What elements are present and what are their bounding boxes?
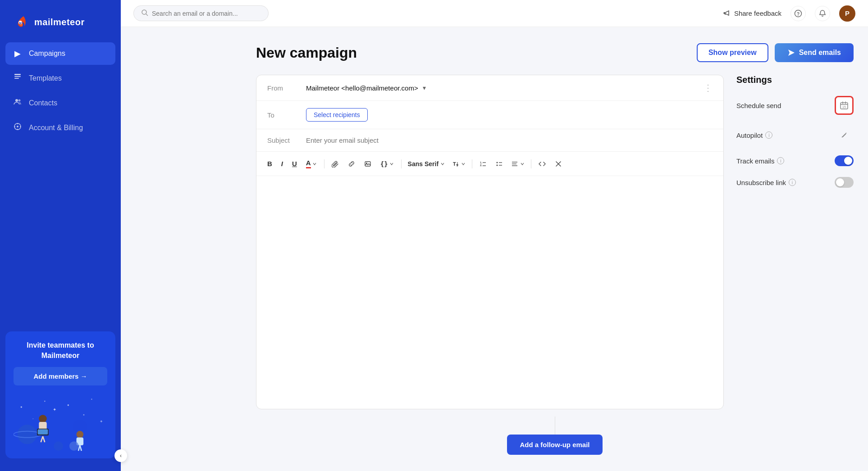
svg-line-24 [43,436,45,442]
search-input[interactable] [152,10,261,17]
track-emails-toggle-knob [844,157,852,165]
image-button[interactable] [361,158,375,170]
settings-panel: Settings Schedule send 15 Autopi [736,75,854,409]
templates-icon [13,73,23,83]
unordered-list-button[interactable] [492,158,507,170]
svg-rect-38 [365,162,370,166]
svg-marker-37 [788,50,795,56]
followup-section: Add a follow-up email [256,417,854,455]
ordered-list-button[interactable]: 1.2. [476,158,490,170]
settings-title: Settings [736,75,854,85]
schedule-send-button[interactable]: 15 [835,96,854,115]
from-dropdown-arrow[interactable]: ▾ [423,84,426,91]
page-title: New campaign [256,45,357,61]
attachment-button[interactable] [328,158,343,170]
sidebar-illustration: ✦ ✦ [14,391,107,458]
chevron-down-icon [312,162,317,166]
font-family-select[interactable]: Sans Serif [405,159,448,169]
show-preview-button[interactable]: Show preview [697,43,768,62]
logo-text: mailmeteor [34,17,85,27]
schedule-send-label: Schedule send [736,102,781,109]
autopilot-info-icon[interactable]: i [765,131,772,139]
to-value: Select recipients [306,108,713,122]
send-emails-label: Send emails [799,49,841,57]
main-content: New campaign Show preview Send emails Fr… [242,27,868,471]
contacts-icon [13,98,23,108]
svg-point-10 [21,406,22,408]
svg-rect-4 [14,76,21,77]
unsubscribe-link-toggle-knob [836,178,844,186]
autopilot-edit-button[interactable] [835,126,854,145]
sidebar-item-account-billing[interactable]: Account & Billing [5,116,115,139]
unsubscribe-link-row: Unsubscribe link i [736,177,854,188]
megaphone-icon [723,9,731,18]
toolbar-divider-3 [472,159,472,168]
svg-rect-3 [14,74,21,75]
font-size-button[interactable]: TT [449,159,468,169]
variable-button[interactable]: {} [377,158,397,170]
subject-input[interactable] [306,136,713,144]
svg-text:15: 15 [842,105,846,109]
unsubscribe-link-toggle[interactable] [835,177,854,188]
track-emails-row: Track emails i [736,155,854,166]
email-composer: From Mailmeteor <hello@mailmeteor.com> ▾… [256,75,724,409]
svg-text:?: ? [797,11,799,16]
sidebar-item-campaigns[interactable]: ▶ Campaigns [5,42,115,65]
avatar[interactable]: P [839,5,855,22]
logo-icon: M [11,13,30,32]
more-options-icon[interactable]: ⋮ [704,82,713,93]
help-icon-button[interactable]: ? [790,6,806,21]
bold-button[interactable]: B [264,157,276,170]
link-button[interactable] [344,158,359,170]
toolbar-divider-2 [401,159,402,168]
sidebar-collapse-button[interactable]: ‹ [114,449,127,462]
font-size-chevron-icon [461,162,466,166]
header-actions: Show preview Send emails [697,43,854,62]
code-button[interactable] [535,158,549,170]
select-recipients-button[interactable]: Select recipients [306,108,368,122]
track-emails-toggle[interactable] [835,155,854,166]
svg-point-7 [18,100,21,102]
to-field: To Select recipients [256,101,723,129]
sidebar-nav: ▶ Campaigns Templates Contacts Account &… [0,42,121,324]
svg-point-25 [77,431,84,438]
account-billing-icon [13,122,23,133]
share-feedback-label: Share feedback [734,9,781,17]
sidebar-item-templates[interactable]: Templates [5,67,115,90]
from-value: Mailmeteor <hello@mailmeteor.com> ▾ [306,84,696,92]
track-emails-label: Track emails i [736,157,784,165]
align-button[interactable] [508,159,527,169]
text-color-button[interactable]: A [302,156,320,171]
clear-format-button[interactable] [551,158,566,170]
svg-line-34 [146,14,148,16]
svg-point-12 [68,404,69,406]
email-editor-body[interactable] [256,176,723,409]
sidebar-invite-box: Invite teammates to Mailmeteor Add membe… [5,331,115,458]
add-members-button[interactable]: Add members → [14,367,107,385]
svg-point-46 [497,162,498,163]
search-box[interactable] [133,5,269,21]
toolbar-divider-1 [324,159,324,168]
followup-connector-line [555,417,555,435]
editor-toolbar: B I U A {} [256,152,723,176]
variable-chevron-icon [389,162,394,166]
send-emails-button[interactable]: Send emails [775,43,854,62]
notifications-icon-button[interactable] [815,6,830,21]
add-followup-button[interactable]: Add a follow-up email [507,435,602,455]
svg-point-33 [142,10,146,14]
sidebar-item-contacts[interactable]: Contacts [5,91,115,114]
sidebar-item-label-account: Account & Billing [29,124,83,132]
from-label: From [267,84,299,92]
svg-point-9 [17,126,18,127]
logo-area: M mailmeteor [0,0,121,42]
send-icon [787,49,795,57]
share-feedback-button[interactable]: Share feedback [723,9,781,18]
campaigns-icon: ▶ [13,49,23,59]
subject-label: Subject [267,136,299,144]
underline-button[interactable]: U [288,157,301,170]
svg-point-15 [83,414,85,416]
track-emails-info-icon[interactable]: i [777,157,784,164]
italic-button[interactable]: I [278,157,287,170]
unsubscribe-info-icon[interactable]: i [789,179,796,186]
from-field: From Mailmeteor <hello@mailmeteor.com> ▾… [256,75,723,101]
